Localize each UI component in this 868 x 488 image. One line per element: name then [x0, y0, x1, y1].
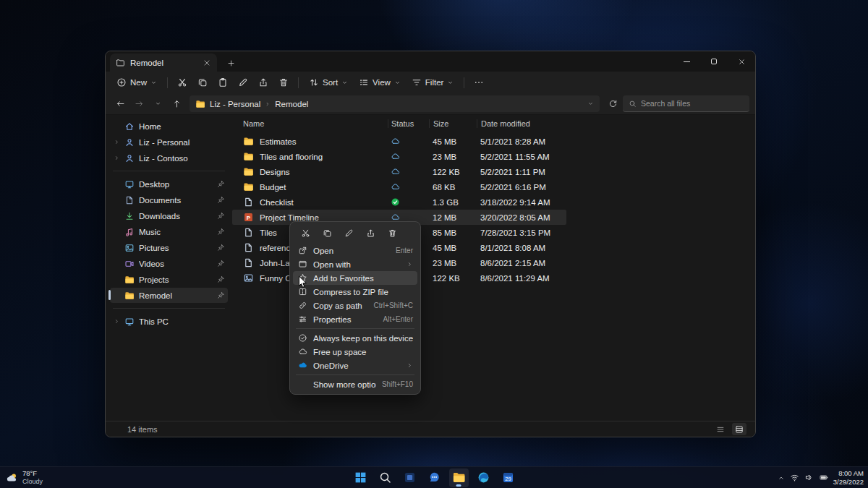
menu-item-open[interactable]: OpenEnter [293, 244, 417, 257]
taskbar-search-button[interactable] [375, 468, 395, 487]
chevron-right-icon[interactable] [113, 318, 120, 325]
file-size: 23 MB [429, 153, 477, 161]
clock[interactable]: 8:00 AM 3/29/2022 [833, 469, 864, 487]
forward-button[interactable] [130, 95, 148, 113]
battery-button[interactable] [819, 473, 828, 482]
context-menu-items: OpenEnterOpen withAdd to FavoritesCompre… [293, 244, 417, 391]
sidebar-item-liz-personal[interactable]: Liz - Personal [110, 134, 228, 150]
taskbar-chat-button[interactable] [425, 468, 444, 487]
sidebar-item-this-pc[interactable]: This PC [110, 314, 228, 329]
more-options-button[interactable] [469, 74, 488, 91]
sidebar-item-remodel[interactable]: Remodel [110, 288, 228, 303]
quick-delete-button[interactable] [383, 226, 401, 241]
minimize-button[interactable] [673, 51, 700, 72]
network-button[interactable] [790, 473, 799, 482]
sidebar-item-projects[interactable]: Projects [110, 272, 228, 287]
file-name: Checklist [260, 198, 294, 207]
sidebar-item-desktop[interactable]: Desktop [110, 176, 228, 192]
sidebar-item-label: Videos [139, 260, 213, 268]
quick-share-button[interactable] [361, 226, 380, 241]
menu-item-free-up-space[interactable]: Free up space [293, 345, 417, 359]
file-row-estimates[interactable]: Estimates45 MB5/1/2021 8:28 AM [232, 134, 566, 149]
menu-item-always-keep-on-this-device[interactable]: Always keep on this device [293, 331, 417, 345]
sidebar-item-pictures[interactable]: Pictures [110, 240, 228, 255]
taskbar-file-explorer-button[interactable] [449, 468, 469, 487]
quick-rename-button[interactable] [339, 226, 358, 241]
menu-item-show-more-options[interactable]: Show more optionsShift+F10 [293, 377, 417, 391]
details-view-toggle[interactable] [732, 423, 746, 435]
address-dropdown-icon[interactable] [587, 100, 594, 107]
list-view-toggle[interactable] [713, 423, 728, 435]
taskbar-calendar-button[interactable]: 29 [498, 468, 518, 487]
trash-icon [278, 77, 289, 87]
refresh-button[interactable] [604, 95, 621, 113]
tray-expand-button[interactable] [778, 474, 785, 481]
new-tab-button[interactable] [223, 55, 239, 71]
file-row-designs[interactable]: Designs122 KB5/2/2021 1:11 PM [232, 164, 566, 179]
view-button[interactable]: View [354, 74, 406, 90]
breadcrumb-item-current[interactable]: Remodel [275, 100, 308, 108]
tab-close-icon[interactable] [203, 59, 211, 67]
search-input[interactable] [641, 99, 744, 108]
tab-folder-icon [116, 58, 125, 67]
filter-button[interactable]: Filter [407, 74, 459, 90]
back-button[interactable] [111, 95, 129, 113]
breadcrumb-item-parent[interactable]: Liz - Personal [210, 100, 260, 108]
taskbar-weather-widget[interactable]: 78°F Cloudy [6, 469, 43, 485]
menu-item-onedrive[interactable]: OneDrive [293, 359, 417, 372]
close-icon [738, 58, 746, 66]
cut-button[interactable] [173, 74, 192, 91]
breadcrumb[interactable]: Liz - Personal Remodel [190, 95, 600, 112]
up-button[interactable] [168, 95, 185, 113]
menu-item-add-to-favorites[interactable]: Add to Favorites [293, 271, 417, 285]
chevron-right-icon[interactable] [113, 155, 120, 162]
file-row-checklist[interactable]: Checklist1.3 GB3/18/2022 9:14 AM [232, 194, 566, 210]
folder-icon [243, 181, 254, 192]
maximize-button[interactable] [700, 51, 728, 72]
close-button[interactable] [728, 51, 755, 72]
recent-locations-button[interactable] [149, 95, 166, 113]
file-row-tiles-and-flooring[interactable]: Tiles and flooring23 MB5/2/2021 11:55 AM [232, 149, 566, 164]
file-row-budget[interactable]: Budget68 KB5/2/2021 6:16 PM [232, 179, 566, 194]
menu-item-open-with[interactable]: Open with [293, 257, 417, 271]
column-header-size[interactable]: Size [429, 119, 477, 128]
search-box[interactable] [623, 95, 749, 112]
sort-button[interactable]: Sort [304, 74, 353, 90]
taskbar-task-view-button[interactable] [400, 468, 420, 487]
volume-button[interactable] [804, 473, 814, 482]
menu-item-compress-to-zip-file[interactable]: Compress to ZIP file [293, 285, 417, 299]
copy-button[interactable] [193, 74, 212, 91]
chevron-right-icon[interactable] [113, 139, 120, 146]
chevron-spacer [113, 292, 120, 299]
menu-item-label: Open with [313, 260, 401, 269]
menu-item-copy-as-path[interactable]: Copy as pathCtrl+Shift+C [293, 299, 417, 312]
chevron-spacer [113, 276, 120, 283]
sidebar-item-home[interactable]: Home [110, 119, 228, 134]
taskbar-edge-button[interactable] [474, 468, 493, 487]
battery-icon [819, 473, 829, 482]
share-button[interactable] [254, 74, 273, 91]
sidebar-item-liz-contoso[interactable]: Liz - Contoso [110, 150, 228, 166]
taskbar-start-button[interactable] [351, 468, 370, 487]
cloud-icon [391, 167, 400, 176]
menu-item-properties[interactable]: PropertiesAlt+Enter [293, 312, 417, 326]
video-icon [124, 259, 135, 269]
new-button[interactable]: New [111, 74, 162, 90]
column-header-name[interactable]: Name [243, 119, 388, 128]
quick-cut-button[interactable] [296, 226, 315, 241]
column-header-status[interactable]: Status [388, 119, 429, 128]
menu-shortcut: Shift+F10 [382, 380, 413, 388]
tab-remodel[interactable]: Remodel [110, 53, 217, 72]
delete-button[interactable] [274, 74, 293, 91]
sidebar-item-videos[interactable]: Videos [110, 256, 228, 271]
sidebar-item-label: Pictures [139, 244, 213, 252]
sidebar-item-downloads[interactable]: Downloads [110, 208, 228, 223]
chevron-spacer [113, 244, 120, 252]
sidebar-item-documents[interactable]: Documents [110, 192, 228, 207]
sidebar: HomeLiz - PersonalLiz - ContosoDesktopDo… [106, 115, 232, 421]
rename-button[interactable] [234, 74, 252, 91]
column-header-date-modified[interactable]: Date modified [477, 119, 755, 128]
quick-copy-button[interactable] [318, 226, 336, 241]
paste-button[interactable] [213, 74, 232, 91]
sidebar-item-music[interactable]: Music [110, 224, 228, 239]
